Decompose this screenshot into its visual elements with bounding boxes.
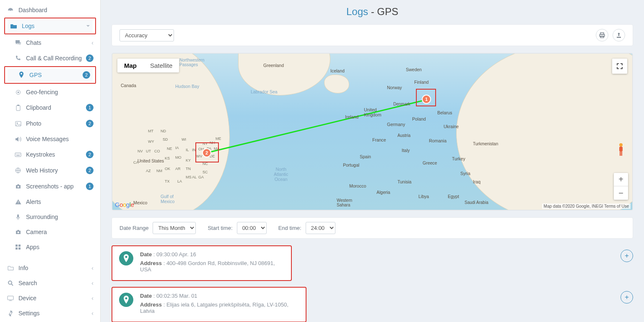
svg-rect-5 bbox=[17, 105, 19, 106]
expand-button[interactable]: + bbox=[621, 291, 633, 304]
end-time-select[interactable]: 24:00 bbox=[306, 222, 335, 234]
sidebar-item-surrounding[interactable]: Surrounding bbox=[0, 209, 100, 224]
sidebar-label: Search bbox=[18, 280, 37, 286]
sidebar-label: Device bbox=[18, 295, 36, 301]
expand-button[interactable]: + bbox=[621, 250, 633, 262]
map-label: Poland bbox=[412, 116, 426, 121]
sidebar-item-geofencing[interactable]: Geo-fencing bbox=[0, 85, 100, 100]
map-marker-1[interactable]: 1 bbox=[422, 95, 431, 104]
sidebar-item-label: Apps bbox=[26, 244, 39, 250]
sidebar-item-dashboard[interactable]: Dashboard bbox=[0, 3, 100, 18]
sidebar-item-info[interactable]: Info ‹ bbox=[0, 260, 100, 276]
pin-icon bbox=[119, 251, 133, 265]
svg-rect-4 bbox=[16, 106, 20, 111]
sidebar-item-photo[interactable]: Photo 2 bbox=[0, 116, 100, 131]
svg-rect-23 bbox=[600, 36, 604, 38]
svg-point-3 bbox=[18, 92, 19, 93]
map-label: Greece bbox=[423, 160, 437, 165]
sidebar-item-keystrokes[interactable]: Keystrokes 2 bbox=[0, 147, 100, 162]
map-land-na bbox=[112, 53, 230, 210]
sidebar-item-label: Keystrokes bbox=[26, 151, 55, 158]
log-date-value: 09:30:00 Apr. 16 bbox=[156, 251, 196, 258]
map-label: Denmark bbox=[393, 102, 410, 106]
svg-rect-12 bbox=[18, 203, 18, 204]
sidebar-item-clipboard[interactable]: Clipboard 1 bbox=[0, 100, 100, 116]
sidebar-item-label: Alerts bbox=[26, 198, 41, 205]
log-card[interactable]: Date : 09:30:00 Apr. 16 Address : 400-49… bbox=[112, 245, 292, 281]
sidebar-item-voice[interactable]: Voice Messages bbox=[0, 131, 100, 147]
map-type-satellite[interactable]: Satellite bbox=[143, 59, 179, 72]
sidebar-item-screenshots[interactable]: Screenshots - app 1 bbox=[0, 178, 100, 194]
sidebar-label: Info bbox=[18, 265, 28, 271]
title-accent: Logs bbox=[346, 6, 368, 17]
map-label: Finland bbox=[414, 80, 428, 85]
sidebar-item-webhistory[interactable]: Web History 2 bbox=[0, 162, 100, 178]
date-range-select[interactable]: This Month bbox=[153, 222, 196, 234]
sidebar-item-logs[interactable]: Logs bbox=[8, 20, 93, 32]
count-badge: 2 bbox=[86, 120, 93, 127]
start-time-select[interactable]: 00:00 bbox=[237, 222, 267, 234]
map-zoom-out[interactable]: − bbox=[614, 186, 628, 200]
sidebar-label: Logs bbox=[22, 23, 34, 29]
map-label: Morocco bbox=[349, 183, 366, 188]
count-badge: 1 bbox=[86, 104, 93, 111]
svg-rect-29 bbox=[621, 152, 623, 156]
map-label: Portugal bbox=[343, 162, 359, 167]
sidebar-item-gps[interactable]: GPS 2 bbox=[8, 69, 93, 81]
export-button[interactable] bbox=[613, 29, 625, 41]
sidebar-item-settings[interactable]: Settings ‹ bbox=[0, 306, 100, 321]
sidebar-item-label: Call & Call Recording bbox=[26, 55, 82, 62]
map-label: Libya bbox=[418, 194, 429, 199]
map-marker-2[interactable]: 2 bbox=[202, 148, 211, 157]
image-icon bbox=[14, 121, 22, 126]
sidebar-item-call[interactable]: Call & Call Recording 2 bbox=[0, 50, 100, 66]
svg-rect-1 bbox=[10, 9, 11, 10]
map-zoom-in[interactable]: + bbox=[614, 173, 628, 186]
sidebar-item-camera[interactable]: Camera bbox=[0, 224, 100, 240]
sidebar-item-label: Web History bbox=[26, 167, 58, 174]
highlight-gps: GPS 2 bbox=[4, 66, 96, 84]
pin-icon bbox=[119, 293, 133, 307]
map-type-map[interactable]: Map bbox=[117, 59, 143, 72]
sidebar-item-apps[interactable]: Apps bbox=[0, 240, 100, 255]
map-fullscreen-button[interactable] bbox=[612, 59, 627, 74]
map-label: Turkey bbox=[452, 156, 465, 161]
map[interactable]: Northwestern Passages Greenland Iceland … bbox=[112, 53, 633, 210]
sidebar-item-chats[interactable]: Chats ‹ bbox=[0, 35, 100, 50]
log-address-label: Address bbox=[140, 260, 162, 266]
svg-rect-28 bbox=[620, 152, 621, 156]
map-land-eurasia bbox=[456, 53, 633, 210]
sidebar-label: Dashboard bbox=[18, 7, 47, 13]
map-pegman[interactable] bbox=[615, 142, 627, 158]
log-address-value: Elijas iela 6, Latgales priekšpilsēta, R… bbox=[140, 301, 288, 314]
chevron-left-icon: ‹ bbox=[91, 39, 93, 46]
log-date-value: 00:02:35 Mar. 01 bbox=[156, 293, 197, 299]
log-date-label: Date bbox=[140, 293, 152, 299]
monitor-icon bbox=[7, 296, 14, 301]
svg-point-7 bbox=[17, 123, 18, 124]
sidebar-item-device[interactable]: Device ‹ bbox=[0, 291, 100, 306]
sidebar-item-alerts[interactable]: Alerts bbox=[0, 194, 100, 209]
map-label: North Atlantic Ocean bbox=[274, 167, 288, 182]
accuracy-select[interactable]: Accuracy bbox=[119, 29, 174, 41]
map-google-logo: Google bbox=[115, 201, 134, 208]
map-label: Iraq bbox=[473, 179, 480, 184]
sidebar-item-label: Camera bbox=[26, 229, 47, 235]
chevron-down-icon bbox=[86, 24, 90, 28]
svg-rect-13 bbox=[17, 214, 19, 218]
chevron-left-icon: ‹ bbox=[91, 310, 93, 317]
svg-rect-11 bbox=[18, 201, 18, 203]
map-attribution[interactable]: Map data ©2020 Google, INEGI Terms of Us… bbox=[542, 204, 631, 209]
dashboard-icon bbox=[7, 7, 14, 13]
target-icon bbox=[14, 89, 22, 95]
grid-icon bbox=[14, 244, 22, 250]
map-panel: Northwestern Passages Greenland Iceland … bbox=[112, 53, 633, 211]
log-row: Date : 09:30:00 Apr. 16 Address : 400-49… bbox=[112, 245, 633, 287]
map-label: United Kingdom bbox=[364, 107, 381, 117]
print-button[interactable] bbox=[596, 29, 608, 41]
title-sep: - bbox=[368, 6, 377, 17]
log-card[interactable]: Date : 00:02:35 Mar. 01 Address : Elijas… bbox=[112, 287, 306, 322]
clipboard-icon bbox=[14, 105, 22, 111]
sidebar-item-label: Chats bbox=[26, 39, 42, 46]
sidebar-item-search[interactable]: Search ‹ bbox=[0, 276, 100, 291]
